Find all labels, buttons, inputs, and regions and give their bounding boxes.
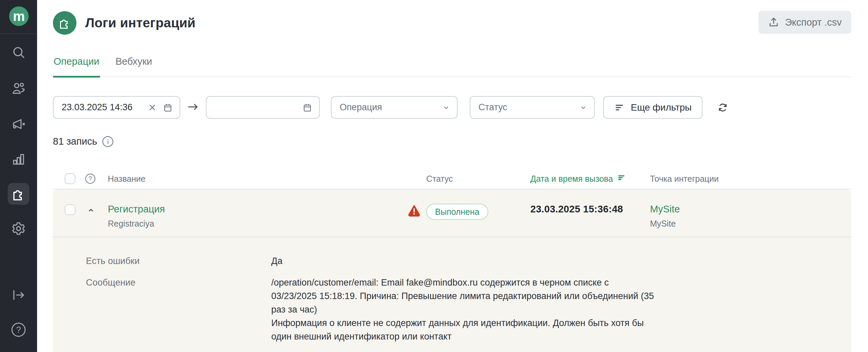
- sort-desc-icon: [617, 173, 626, 184]
- date-from-value: 23.03.2025 14:36: [62, 102, 147, 113]
- tabs: Операции Вебхуки: [53, 54, 851, 77]
- select-all-checkbox[interactable]: [65, 173, 75, 184]
- export-csv-button[interactable]: Экспорт .csv: [758, 11, 851, 34]
- puzzle-icon: [11, 186, 26, 201]
- gear-icon: [11, 221, 26, 236]
- sidebar-item-audience[interactable]: [8, 78, 29, 99]
- megaphone-icon: [11, 117, 26, 131]
- table-row: Регистрация Registraciya Выполнена 23.03…: [53, 189, 851, 237]
- filter-icon: [614, 102, 625, 113]
- operation-name-link[interactable]: Регистрация: [108, 204, 165, 215]
- integrations-page-icon: [53, 11, 76, 35]
- column-name: Название: [108, 174, 426, 184]
- detail-label: Сообщение: [86, 276, 271, 343]
- detail-label: Есть ошибки: [86, 254, 271, 268]
- status-select[interactable]: Статус: [470, 96, 595, 119]
- more-filters-button[interactable]: Еще фильтры: [603, 96, 703, 119]
- clear-icon[interactable]: [147, 102, 157, 113]
- users-icon: [11, 81, 26, 96]
- table-row-group: Регистрация Registraciya Выполнена 23.03…: [53, 189, 851, 352]
- tab-operations[interactable]: Операции: [53, 54, 100, 77]
- search-icon: [11, 45, 26, 60]
- detail-value: /operation/customer/email: Email fake@mi…: [271, 276, 655, 343]
- sidebar-item-search[interactable]: [8, 41, 29, 63]
- integration-point-link[interactable]: MySite: [650, 204, 851, 215]
- chevron-up-icon: [87, 206, 95, 214]
- sidebar-item-integrations[interactable]: [8, 183, 29, 205]
- collapse-row-button[interactable]: [87, 206, 108, 216]
- refresh-icon: [717, 102, 728, 113]
- warning-triangle-icon: [407, 204, 421, 217]
- column-datetime[interactable]: Дата и время вызова: [530, 173, 650, 184]
- calendar-icon[interactable]: [163, 102, 173, 113]
- sidebar-divider: [0, 33, 37, 34]
- detail-row-errors: Есть ошибки Да: [53, 254, 851, 268]
- operation-system-name: Registraciya: [108, 219, 165, 229]
- export-csv-label: Экспорт .csv: [785, 17, 842, 28]
- date-from-input[interactable]: 23.03.2025 14:36: [53, 96, 180, 119]
- date-to-input[interactable]: [206, 96, 320, 119]
- row-details: Есть ошибки Да Сообщение /operation/cust…: [53, 237, 851, 352]
- bar-chart-icon: [11, 152, 26, 167]
- status-select-value: Статус: [478, 102, 579, 113]
- column-status: Статус: [426, 174, 530, 184]
- warning-indicator[interactable]: [407, 204, 421, 218]
- logout-icon: [11, 288, 26, 302]
- info-icon[interactable]: i: [102, 136, 113, 147]
- sidebar: m ?: [0, 0, 37, 352]
- logs-table: ? Название Статус Дата и время вызова То…: [53, 169, 851, 352]
- filters-bar: 23.03.2025 14:36 Операция Статус: [53, 96, 731, 119]
- column-integration-point: Точка интеграции: [650, 174, 851, 184]
- integration-point-cell: MySite MySite: [650, 204, 851, 229]
- records-count-label: 81 запись: [53, 136, 97, 147]
- more-filters-label: Еще фильтры: [631, 102, 692, 113]
- main-content: Логи интеграций Экспорт .csv Операции Ве…: [37, 0, 868, 352]
- chevron-down-icon: [442, 104, 450, 112]
- status-cell: Выполнена: [426, 204, 530, 220]
- sidebar-item-campaigns[interactable]: [8, 113, 29, 135]
- name-cell: Регистрация Registraciya: [108, 204, 426, 229]
- tab-webhooks[interactable]: Вебхуки: [115, 54, 153, 77]
- records-count: 81 запись i: [53, 136, 113, 147]
- mindbox-logo[interactable]: m: [9, 6, 29, 26]
- page-header: Логи интеграций: [53, 11, 195, 35]
- page-title: Логи интеграций: [85, 16, 195, 30]
- sidebar-item-settings[interactable]: [8, 218, 29, 239]
- detail-row-message: Сообщение /operation/customer/email: Ema…: [53, 276, 851, 343]
- refresh-button[interactable]: [715, 99, 731, 116]
- operation-select[interactable]: Операция: [331, 96, 458, 119]
- sidebar-item-help[interactable]: ?: [8, 319, 29, 341]
- operation-select-value: Операция: [340, 102, 442, 113]
- arrow-right-icon: [186, 100, 200, 114]
- help-icon: ?: [11, 323, 26, 337]
- datetime-cell: 23.03.2025 15:36:48: [530, 204, 650, 215]
- table-header: ? Название Статус Дата и время вызова То…: [53, 169, 851, 189]
- puzzle-icon: [58, 16, 71, 30]
- chevron-down-icon: [579, 104, 587, 112]
- column-help-icon[interactable]: ?: [85, 174, 95, 184]
- upload-icon: [768, 17, 779, 28]
- row-checkbox[interactable]: [65, 204, 75, 215]
- date-range-arrow: [186, 100, 200, 115]
- calendar-icon[interactable]: [302, 102, 312, 113]
- status-badge: Выполнена: [426, 204, 488, 220]
- detail-value: Да: [271, 254, 655, 268]
- sidebar-item-logout[interactable]: [8, 284, 29, 306]
- integration-point-system-name: MySite: [650, 219, 851, 229]
- sidebar-item-analytics[interactable]: [8, 148, 29, 170]
